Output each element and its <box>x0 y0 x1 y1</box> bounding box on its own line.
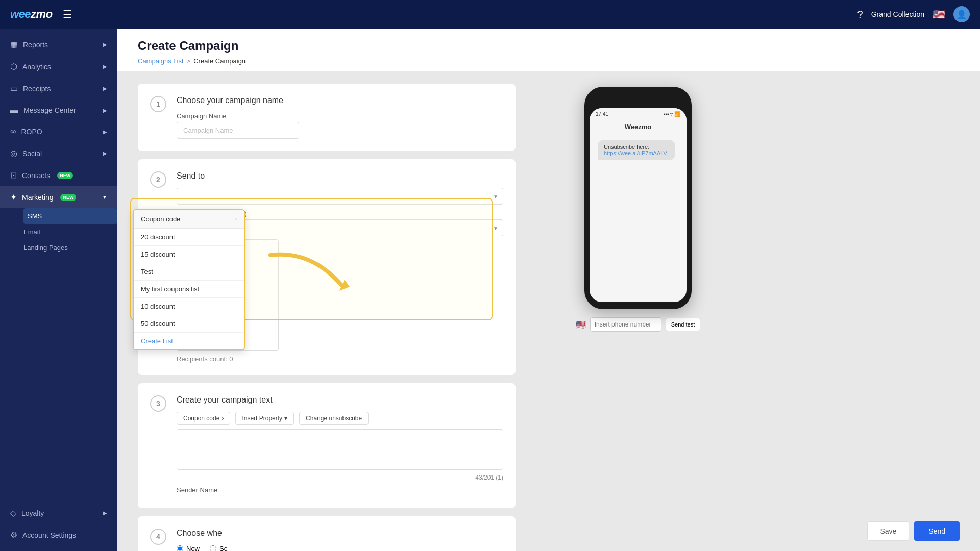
coupon-dropdown-header-label: Coupon code <box>141 215 180 223</box>
change-unsubscribe-label: Change unsubscribe <box>306 415 362 422</box>
marketing-icon: ✦ <box>10 192 17 202</box>
phone-screen: 17:41 ▪▪▪ ▿ 📶 Weezmo Unsubscribe here: h… <box>590 108 687 302</box>
sidebar-label-social: Social <box>22 149 42 158</box>
step-1-title: Choose your campaign name <box>177 96 503 105</box>
marketing-sub-menu: SMS Email Landing Pages <box>0 208 117 256</box>
chevron-right-icon: ▶ <box>103 151 107 156</box>
sidebar-label-loyalty: Loyalty <box>21 509 44 517</box>
phone-test-controls: 🇺🇸 Send test <box>576 317 700 332</box>
chevron-right-icon: ▶ <box>103 64 107 69</box>
top-navigation: weezmo ☰ ? Grand Collection 🇺🇸 👤 <box>0 0 980 29</box>
right-panel: 17:41 ▪▪▪ ▿ 📶 Weezmo Unsubscribe here: h… <box>536 71 740 551</box>
sidebar-label-receipts: Receipts <box>23 85 51 93</box>
save-button[interactable]: Save <box>867 521 909 541</box>
campaign-name-input[interactable] <box>177 122 299 139</box>
sidebar-item-receipts[interactable]: ▭ Receipts ▶ <box>0 78 117 99</box>
sidebar: ▦ Reports ▶ ⬡ Analytics ▶ ▭ Receipts ▶ ▬… <box>0 29 117 551</box>
create-list-button[interactable]: Create List <box>134 333 244 349</box>
phone-notch <box>620 94 656 104</box>
send-to-select[interactable] <box>177 188 503 205</box>
step-1-section: 1 Choose your campaign name Campaign Nam… <box>138 84 516 151</box>
sidebar-item-contacts[interactable]: ⊡ Contacts NEW <box>0 164 117 186</box>
content-area: Create Campaign Campaigns List > Create … <box>117 29 980 551</box>
language-flag[interactable]: 🇺🇸 <box>933 8 945 20</box>
contacts-new-badge: NEW <box>57 172 73 179</box>
step-3-number: 3 <box>150 395 166 412</box>
sidebar-item-reports[interactable]: ▦ Reports ▶ <box>0 34 117 56</box>
sidebar-label-marketing: Marketing <box>22 193 53 202</box>
send-button[interactable]: Send <box>914 521 960 541</box>
breadcrumb: Campaigns List > Create Campaign <box>138 53 960 71</box>
insert-property-button[interactable]: Insert Property ▾ <box>235 412 294 425</box>
chevron-right-icon: › <box>235 216 237 222</box>
recipients-count: Recipients count: 0 <box>177 355 503 363</box>
step-4-number: 4 <box>150 529 166 545</box>
chevron-right-icon: ▶ <box>103 42 107 47</box>
sidebar-item-marketing[interactable]: ✦ Marketing NEW ▼ <box>0 186 117 208</box>
sidebar-sub-item-sms[interactable]: SMS <box>23 208 117 224</box>
coupon-item-test[interactable]: Test <box>134 263 244 281</box>
coupon-item-my-first-coupons[interactable]: My first coupons list <box>134 281 244 298</box>
app-logo: weezmo <box>10 8 53 21</box>
step-4-title: Choose whe <box>177 529 503 538</box>
logo-area: weezmo ☰ <box>10 8 72 21</box>
step-2-title: Send to <box>177 171 503 181</box>
breadcrumb-link[interactable]: Campaigns List <box>138 57 184 65</box>
coupon-item-10-discount[interactable]: 10 discount <box>134 298 244 315</box>
chevron-right-icon: ▶ <box>103 108 107 113</box>
send-test-button[interactable]: Send test <box>666 318 700 331</box>
insert-property-label: Insert Property <box>242 415 282 422</box>
schedule-options: Now Sc <box>177 545 503 551</box>
form-content: 1 Choose your campaign name Campaign Nam… <box>117 71 536 551</box>
chevron-right-icon: ▶ <box>103 86 107 91</box>
sms-text: Unsubscribe here: <box>604 144 649 150</box>
coupon-code-button[interactable]: Coupon code › <box>177 412 230 425</box>
chevron-right-icon: ▶ <box>103 129 107 135</box>
phone-sender-name: Weezmo <box>590 120 687 136</box>
coupon-item-50-discount[interactable]: 50 discount <box>134 315 244 333</box>
chevron-right-icon: ▶ <box>103 510 107 516</box>
loyalty-icon: ◇ <box>10 508 16 518</box>
sidebar-item-loyalty[interactable]: ◇ Loyalty ▶ <box>0 502 117 524</box>
main-layout: ▦ Reports ▶ ⬡ Analytics ▶ ▭ Receipts ▶ ▬… <box>0 29 980 551</box>
step-2-number: 2 <box>150 171 166 188</box>
change-unsubscribe-button[interactable]: Change unsubscribe <box>299 412 369 425</box>
sidebar-item-message-center[interactable]: ▬ Message Center ▶ <box>0 99 117 121</box>
sidebar-sub-item-landing-pages[interactable]: Landing Pages <box>23 240 117 256</box>
sidebar-item-account-settings[interactable]: ⚙ Account Settings <box>0 524 117 546</box>
radio-schedule-label[interactable]: Sc <box>210 545 227 551</box>
sidebar-label-message-center: Message Center <box>23 106 76 114</box>
breadcrumb-current: Create Campaign <box>193 57 246 65</box>
coupon-dropdown-header[interactable]: Coupon code › <box>134 210 244 229</box>
sms-link: https://wee.ai/uP7mAALV <box>604 150 667 156</box>
message-center-icon: ▬ <box>10 106 18 115</box>
user-avatar[interactable]: 👤 <box>953 6 970 22</box>
coupon-dropdown-overlay: Coupon code › 20 discount 15 discount Te… <box>133 209 245 350</box>
sidebar-item-social[interactable]: ◎ Social ▶ <box>0 142 117 164</box>
coupon-item-20-discount[interactable]: 20 discount <box>134 229 244 246</box>
radio-now[interactable] <box>177 545 183 551</box>
text-toolbar: Coupon code › Insert Property ▾ Change u… <box>177 412 503 425</box>
sms-message-bubble: Unsubscribe here: https://wee.ai/uP7mAAL… <box>598 140 675 160</box>
sidebar-sub-item-email[interactable]: Email <box>23 224 117 240</box>
sidebar-label-analytics: Analytics <box>22 63 51 71</box>
step-3-title: Create your campaign text <box>177 395 503 405</box>
radio-now-label[interactable]: Now <box>177 545 200 551</box>
campaign-text-area[interactable] <box>177 429 503 470</box>
radio-schedule[interactable] <box>210 545 216 551</box>
page-title: Create Campaign <box>138 39 960 53</box>
campaign-name-label: Campaign Name <box>177 112 503 120</box>
phone-mockup: 17:41 ▪▪▪ ▿ 📶 Weezmo Unsubscribe here: h… <box>584 87 692 309</box>
phone-number-input[interactable] <box>590 317 662 332</box>
sidebar-item-analytics[interactable]: ⬡ Analytics ▶ <box>0 56 117 78</box>
phone-signal: ▪▪▪ ▿ 📶 <box>664 111 680 117</box>
hamburger-icon[interactable]: ☰ <box>63 8 72 20</box>
help-icon[interactable]: ? <box>857 9 863 20</box>
sidebar-item-ropo[interactable]: ∞ ROPO ▶ <box>0 121 117 142</box>
reports-icon: ▦ <box>10 40 18 49</box>
phone-time: 17:41 <box>596 111 608 117</box>
phone-status-bar: 17:41 ▪▪▪ ▿ 📶 <box>590 108 687 120</box>
coupon-item-15-discount[interactable]: 15 discount <box>134 246 244 263</box>
step-3-content: Create your campaign text Coupon code › … <box>177 395 503 496</box>
step-4-content: Choose whe Now Sc <box>177 529 503 551</box>
